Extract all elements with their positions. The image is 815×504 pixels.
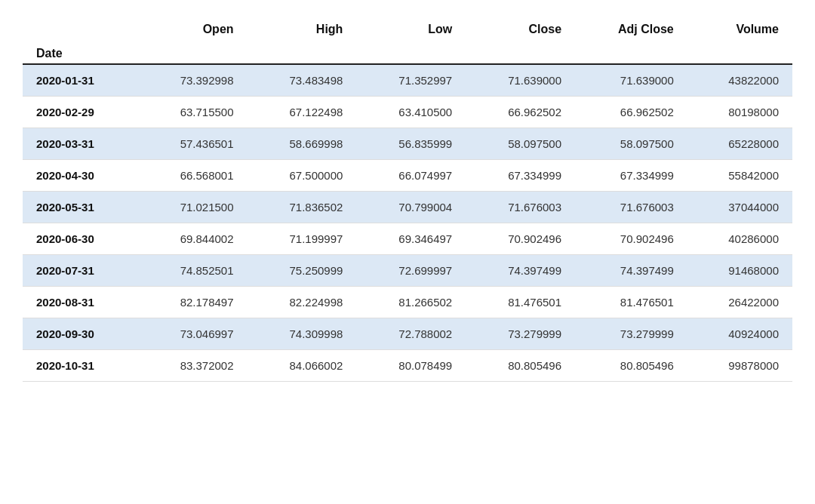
cell-low: 69.346497 xyxy=(356,223,466,255)
cell-volume: 65228000 xyxy=(687,128,792,160)
cell-low: 81.266502 xyxy=(356,287,466,318)
cell-low: 72.699997 xyxy=(356,255,466,287)
cell-open: 57.436501 xyxy=(138,128,248,160)
cell-date: 2020-07-31 xyxy=(23,255,138,287)
date-label: Date xyxy=(23,42,138,64)
cell-volume: 40286000 xyxy=(687,223,792,255)
col-header-open: Open xyxy=(138,15,248,42)
col-header-close: Close xyxy=(466,15,575,42)
cell-date: 2020-01-31 xyxy=(23,64,138,97)
date-label-row: Date xyxy=(23,42,792,64)
cell-adj-close: 67.334999 xyxy=(575,160,687,192)
cell-adj-close: 81.476501 xyxy=(575,287,687,318)
cell-volume: 43822000 xyxy=(687,64,792,97)
cell-open: 73.392998 xyxy=(138,64,248,97)
cell-high: 67.500000 xyxy=(248,160,357,192)
table-row: 2020-01-3173.39299873.48349871.35299771.… xyxy=(23,64,792,97)
cell-close: 71.676003 xyxy=(466,192,575,223)
cell-open: 82.178497 xyxy=(138,287,248,318)
cell-volume: 37044000 xyxy=(687,192,792,223)
cell-low: 66.074997 xyxy=(356,160,466,192)
cell-date: 2020-03-31 xyxy=(23,128,138,160)
cell-open: 83.372002 xyxy=(138,350,248,382)
cell-volume: 55842000 xyxy=(687,160,792,192)
cell-low: 63.410500 xyxy=(356,97,466,128)
cell-volume: 26422000 xyxy=(687,287,792,318)
cell-adj-close: 71.639000 xyxy=(575,64,687,97)
cell-adj-close: 66.962502 xyxy=(575,97,687,128)
cell-high: 75.250999 xyxy=(248,255,357,287)
cell-close: 67.334999 xyxy=(466,160,575,192)
table-row: 2020-10-3183.37200284.06600280.07849980.… xyxy=(23,350,792,382)
cell-date: 2020-06-30 xyxy=(23,223,138,255)
cell-date: 2020-10-31 xyxy=(23,350,138,382)
cell-low: 71.352997 xyxy=(356,64,466,97)
cell-date: 2020-08-31 xyxy=(23,287,138,318)
cell-adj-close: 73.279999 xyxy=(575,318,687,350)
cell-close: 81.476501 xyxy=(466,287,575,318)
cell-high: 82.224998 xyxy=(248,287,357,318)
cell-low: 80.078499 xyxy=(356,350,466,382)
cell-close: 73.279999 xyxy=(466,318,575,350)
cell-open: 71.021500 xyxy=(138,192,248,223)
column-header-row: Open High Low Close Adj Close Volume xyxy=(23,15,792,42)
cell-close: 70.902496 xyxy=(466,223,575,255)
table-row: 2020-05-3171.02150071.83650270.79900471.… xyxy=(23,192,792,223)
col-header-low: Low xyxy=(356,15,466,42)
cell-volume: 40924000 xyxy=(687,318,792,350)
cell-open: 74.852501 xyxy=(138,255,248,287)
cell-open: 63.715500 xyxy=(138,97,248,128)
cell-low: 70.799004 xyxy=(356,192,466,223)
cell-open: 73.046997 xyxy=(138,318,248,350)
data-table: Open High Low Close Adj Close Volume Dat… xyxy=(23,15,792,382)
cell-open: 69.844002 xyxy=(138,223,248,255)
cell-high: 74.309998 xyxy=(248,318,357,350)
cell-close: 58.097500 xyxy=(466,128,575,160)
cell-low: 56.835999 xyxy=(356,128,466,160)
cell-close: 66.962502 xyxy=(466,97,575,128)
cell-adj-close: 74.397499 xyxy=(575,255,687,287)
cell-high: 71.199997 xyxy=(248,223,357,255)
table-row: 2020-07-3174.85250175.25099972.69999774.… xyxy=(23,255,792,287)
cell-open: 66.568001 xyxy=(138,160,248,192)
table-row: 2020-06-3069.84400271.19999769.34649770.… xyxy=(23,223,792,255)
cell-adj-close: 80.805496 xyxy=(575,350,687,382)
table-row: 2020-03-3157.43650158.66999856.83599958.… xyxy=(23,128,792,160)
cell-date: 2020-05-31 xyxy=(23,192,138,223)
cell-low: 72.788002 xyxy=(356,318,466,350)
cell-high: 84.066002 xyxy=(248,350,357,382)
cell-close: 80.805496 xyxy=(466,350,575,382)
cell-close: 74.397499 xyxy=(466,255,575,287)
cell-high: 58.669998 xyxy=(248,128,357,160)
table-row: 2020-09-3073.04699774.30999872.78800273.… xyxy=(23,318,792,350)
col-header-volume: Volume xyxy=(687,15,792,42)
cell-close: 71.639000 xyxy=(466,64,575,97)
cell-volume: 80198000 xyxy=(687,97,792,128)
cell-high: 71.836502 xyxy=(248,192,357,223)
col-header-adj-close: Adj Close xyxy=(575,15,687,42)
table-row: 2020-08-3182.17849782.22499881.26650281.… xyxy=(23,287,792,318)
cell-adj-close: 58.097500 xyxy=(575,128,687,160)
cell-high: 67.122498 xyxy=(248,97,357,128)
col-header-high: High xyxy=(248,15,357,42)
cell-adj-close: 71.676003 xyxy=(575,192,687,223)
cell-adj-close: 70.902496 xyxy=(575,223,687,255)
cell-volume: 99878000 xyxy=(687,350,792,382)
cell-date: 2020-02-29 xyxy=(23,97,138,128)
table-row: 2020-04-3066.56800167.50000066.07499767.… xyxy=(23,160,792,192)
cell-date: 2020-04-30 xyxy=(23,160,138,192)
cell-high: 73.483498 xyxy=(248,64,357,97)
cell-date: 2020-09-30 xyxy=(23,318,138,350)
table-container: Open High Low Close Adj Close Volume Dat… xyxy=(23,15,792,382)
table-row: 2020-02-2963.71550067.12249863.41050066.… xyxy=(23,97,792,128)
table-body: 2020-01-3173.39299873.48349871.35299771.… xyxy=(23,64,792,382)
col-header-date xyxy=(23,15,138,42)
cell-volume: 91468000 xyxy=(687,255,792,287)
